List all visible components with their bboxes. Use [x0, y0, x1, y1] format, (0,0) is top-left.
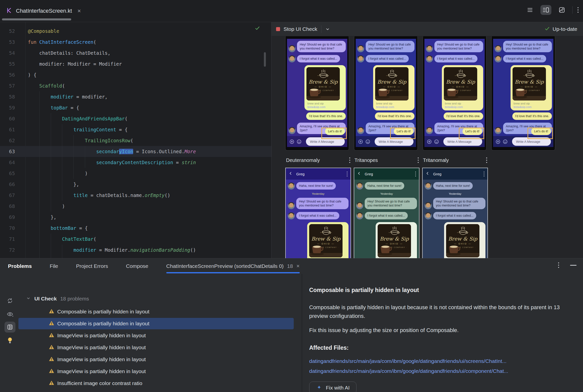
code-line[interactable]: 57 Scaffold(: [0, 80, 271, 91]
line-number[interactable]: 64: [0, 160, 15, 166]
tab-file[interactable]: File: [50, 263, 58, 269]
refresh-icon[interactable]: [5, 295, 16, 306]
card-link[interactable]: brew&sip.com: [512, 106, 550, 108]
problem-item[interactable]: Insufficient image color contrast ratio: [0, 377, 302, 389]
tab-chatinterfacescreenpreview-sortedchatdetails-0-[interactable]: ChatInterfaceScreenPreview (sortedChatDe…: [166, 263, 300, 270]
chevron-down-icon[interactable]: [325, 26, 330, 32]
code-line[interactable]: 68 ): [0, 201, 271, 212]
code-line[interactable]: 61 trailingContent = {: [0, 124, 271, 135]
line-number[interactable]: 57: [0, 83, 15, 89]
code-editor[interactable]: 52@Composable53fun ChatInterfaceScreen(5…: [0, 22, 271, 258]
code-line[interactable]: 60 DatingAndFriendsAppBar(: [0, 113, 271, 124]
chat-options-kebab-icon[interactable]: [415, 172, 416, 176]
problem-item[interactable]: Insufficient image color contrast ratio: [0, 389, 302, 392]
fix-with-ai-button[interactable]: Fix with AI: [309, 382, 357, 392]
inspections-ok-icon[interactable]: [254, 25, 260, 32]
problem-item[interactable]: Composable is partially hidden in layout: [0, 306, 302, 318]
back-icon[interactable]: [357, 172, 361, 176]
code-line[interactable]: 52@Composable: [0, 26, 271, 36]
code-view-icon[interactable]: [524, 5, 535, 15]
code-line[interactable]: 71 ChatTextBar(: [0, 234, 271, 244]
code-line[interactable]: 56) {: [0, 70, 271, 80]
problem-item[interactable]: ImageView is partially hidden in layout: [0, 354, 302, 366]
line-number[interactable]: 58: [0, 94, 15, 100]
line-number[interactable]: 72: [0, 247, 15, 253]
color-blind-preview-phone[interactable]: GregHaha, next time for sure!YesterdayHe…: [422, 168, 488, 258]
line-number[interactable]: 68: [0, 203, 15, 209]
line-number[interactable]: 65: [0, 170, 15, 176]
split-view-icon[interactable]: [540, 5, 551, 15]
code-line[interactable]: 67 title = chatDetails.name.orEmpty(): [0, 190, 271, 201]
emoji-icon[interactable]: [434, 139, 439, 144]
card-link[interactable]: brew&sip.com: [444, 106, 481, 108]
code-line[interactable]: 58 modifier = modifier,: [0, 91, 271, 102]
code-line[interactable]: 53fun ChatInterfaceScreen(: [0, 36, 271, 48]
chat-options-kebab-icon[interactable]: [347, 172, 348, 176]
minimize-panel-icon[interactable]: [570, 265, 576, 266]
line-number[interactable]: 63: [0, 148, 15, 154]
problem-item[interactable]: ImageView is partially hidden in layout: [0, 366, 302, 377]
code-line[interactable]: 66 },: [0, 179, 271, 190]
stop-ui-check-button[interactable]: Stop UI Check: [276, 26, 317, 32]
line-number[interactable]: 66: [0, 181, 15, 187]
problem-item[interactable]: ImageView is partially hidden in layout: [0, 342, 302, 354]
panel-options-kebab-icon[interactable]: [558, 262, 559, 268]
color-blind-preview-phone[interactable]: Hey! Should we go to that cafe you menti…: [285, 36, 349, 150]
line-number[interactable]: 70: [0, 225, 15, 231]
line-number[interactable]: 69: [0, 214, 15, 220]
code-line[interactable]: 69 },: [0, 212, 271, 222]
line-number[interactable]: 53: [0, 39, 15, 45]
emoji-icon[interactable]: [503, 139, 508, 144]
line-number[interactable]: 60: [0, 116, 15, 122]
line-number[interactable]: 54: [0, 50, 15, 56]
ui-check-group-label[interactable]: UI Check: [34, 296, 57, 302]
line-number[interactable]: 55: [0, 61, 15, 67]
code-line[interactable]: 63 secondaryIcon = Icons.Outlined.More: [0, 146, 271, 157]
back-icon[interactable]: [289, 172, 293, 176]
code-line[interactable]: 55 modifier: Modifier = Modifier: [0, 58, 271, 70]
back-icon[interactable]: [426, 172, 430, 176]
affected-file-link[interactable]: datingandfriends/src/main/java/com/ibm/g…: [309, 358, 578, 364]
preview-options-kebab-icon[interactable]: [418, 158, 419, 163]
problem-item[interactable]: ImageView is partially hidden in layout: [0, 330, 302, 342]
close-tab-icon[interactable]: ×: [297, 263, 300, 270]
code-line[interactable]: 73 onAddClick = {}: [0, 256, 271, 258]
emoji-icon[interactable]: [297, 139, 302, 144]
design-view-icon[interactable]: [556, 5, 567, 15]
color-blind-preview-phone[interactable]: Hey! Should we go to that cafe you menti…: [423, 36, 486, 150]
emoji-icon[interactable]: [365, 139, 370, 144]
code-line[interactable]: 54 chatDetails: ChatDetails,: [0, 48, 271, 58]
preview-options-kebab-icon[interactable]: [349, 158, 350, 163]
code-line[interactable]: 72 modifier = Modifier.navigationBarsPad…: [0, 244, 271, 256]
code-line[interactable]: 59 topBar = {: [0, 102, 271, 113]
add-attachment-icon[interactable]: [427, 139, 432, 144]
color-blind-preview-phone[interactable]: Hey! Should we go to that cafe you menti…: [354, 36, 417, 150]
line-number[interactable]: 71: [0, 236, 15, 242]
close-tab-icon[interactable]: ×: [77, 8, 81, 14]
chevron-down-icon[interactable]: [26, 296, 31, 302]
add-attachment-icon[interactable]: [358, 139, 363, 144]
more-kebab-icon[interactable]: [577, 7, 578, 13]
problem-item[interactable]: Composable is partially hidden in layout: [0, 318, 302, 330]
color-blind-preview-phone[interactable]: Hey! Should we go to that cafe you menti…: [492, 36, 555, 150]
color-blind-preview-phone[interactable]: GregHaha, next time for sure!YesterdayHe…: [285, 168, 351, 258]
color-blind-preview-phone[interactable]: GregHaha, next time for sure!YesterdayHe…: [354, 168, 419, 258]
card-link[interactable]: brew&sip.com: [375, 106, 413, 108]
line-number[interactable]: 59: [0, 105, 15, 111]
code-line[interactable]: 65 ): [0, 168, 271, 179]
card-link[interactable]: brew&sip.com: [307, 106, 344, 108]
line-number[interactable]: 52: [0, 28, 15, 34]
line-number[interactable]: 56: [0, 72, 15, 78]
chat-options-kebab-icon[interactable]: [484, 172, 484, 176]
line-number[interactable]: 67: [0, 192, 15, 198]
tab-project-errors[interactable]: Project Errors: [76, 263, 108, 269]
file-tab[interactable]: ChatInterfaceScreen.kt ×: [4, 4, 83, 18]
editor-scrollbar-thumb[interactable]: [264, 52, 266, 67]
add-attachment-icon[interactable]: [496, 139, 500, 144]
code-line[interactable]: 62 TrailingIconsRow(: [0, 135, 271, 146]
tab-problems[interactable]: Problems: [8, 263, 32, 269]
add-attachment-icon[interactable]: [289, 139, 294, 144]
code-line[interactable]: 64 secondaryContentDescription = strin: [0, 157, 271, 168]
line-number[interactable]: 61: [0, 126, 15, 132]
tab-compose[interactable]: Compose: [126, 263, 148, 269]
